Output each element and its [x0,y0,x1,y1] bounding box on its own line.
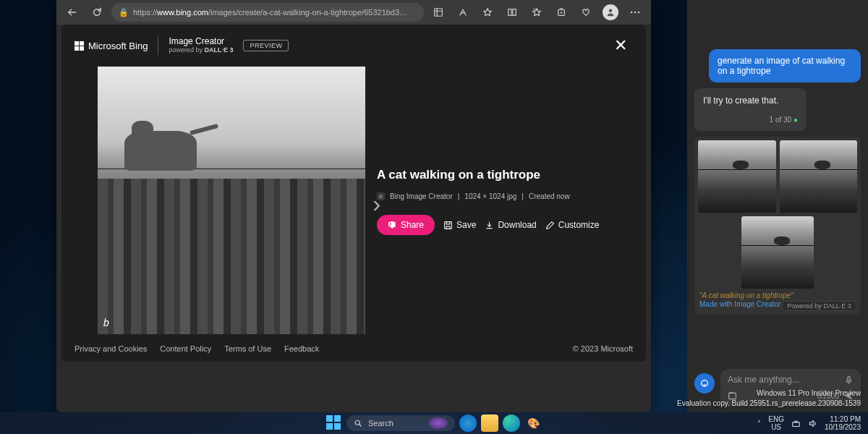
more-button[interactable] [625,2,645,22]
taskbar-search[interactable]: Search [346,415,455,431]
result-thumb-3[interactable] [741,216,814,289]
svg-point-13 [355,420,359,425]
copilot-sidebar: generate an image of cat walking on a ti… [687,0,868,412]
result-thumb-2[interactable] [780,140,858,213]
svg-rect-2 [513,9,516,16]
taskbar: Search 🎨 ˄ ENGUS 11:20 PM10/19/2023 [0,412,868,434]
browser-window: 🔒 https://www.bing.com/images/create/a-c… [56,0,651,412]
next-image-button[interactable]: › [373,190,380,218]
start-button[interactable] [326,415,342,431]
image-creator-page: Microsoft Bing Image Creator powered by … [61,25,646,362]
share-button[interactable]: Share [377,215,435,235]
volume-icon[interactable] [808,419,817,428]
file-explorer-icon[interactable] [481,414,498,432]
svg-rect-0 [435,9,443,17]
result-thumb-1[interactable] [698,140,776,213]
footer-copyright: © 2023 Microsoft [573,344,633,353]
favorites-list-icon[interactable] [527,2,547,22]
bing-watermark: b [103,317,109,328]
split-screen-icon[interactable] [502,2,522,22]
windows-build-watermark: Windows 11 Pro Insider Preview Evaluatio… [677,388,861,409]
image-title: A cat walking on a tightrope [377,168,610,182]
page-body: b › A cat walking on a tightrope b Bing … [61,67,646,334]
svg-point-4 [609,9,613,13]
page-footer: Privacy and Cookies Content Policy Terms… [61,336,646,362]
powered-badge: Powered by DALL·E 3 [782,301,856,311]
message-count: 1 of 30 ● [703,116,798,124]
footer-content-policy[interactable]: Content Policy [160,344,211,353]
svg-rect-11 [848,376,850,380]
bing-logo[interactable]: Microsoft Bing [75,41,148,51]
preview-badge: PREVIEW [243,40,289,51]
heartbeat-icon[interactable] [576,2,596,22]
image-creator-link[interactable]: Made with Image Creator [698,300,782,311]
action-bar: Share Save Download Customize [377,215,610,235]
download-button[interactable]: Download [485,220,536,230]
collections-icon[interactable] [551,2,571,22]
refresh-button[interactable] [87,2,107,22]
lock-icon: 🔒 [119,8,129,17]
chat-placeholder: Ask me anything... [728,375,840,385]
language-indicator[interactable]: ENGUS [768,415,784,431]
footer-feedback[interactable]: Feedback [284,344,319,353]
url-text: https://www.bing.com/images/create/a-cat… [133,8,417,17]
copilot-taskbar-icon[interactable] [459,414,477,432]
mic-icon[interactable] [844,375,854,385]
svg-point-6 [634,12,637,14]
app-install-icon[interactable] [428,2,448,22]
ai-message: I'll try to create that. 1 of 30 ● [694,88,807,131]
footer-privacy[interactable]: Privacy and Cookies [75,344,147,353]
search-highlight-icon [429,417,448,429]
tray-chevron-icon[interactable]: ˄ [757,420,761,427]
paint-icon[interactable]: 🎨 [524,414,542,432]
product-title: Image Creator powered by DALL·E 3 [169,37,233,54]
divider [158,36,158,55]
favorite-icon[interactable] [477,2,498,22]
svg-rect-14 [793,422,800,426]
image-meta: b Bing Image Creator | 1024 × 1024 jpg |… [377,192,610,200]
generated-image[interactable]: b [98,67,365,334]
customize-button[interactable]: Customize [545,220,600,230]
microsoft-icon [75,41,84,51]
svg-point-5 [631,12,633,14]
user-message: generate an image of cat walking on a ti… [709,49,861,82]
clock[interactable]: 11:20 PM10/19/2023 [825,415,861,431]
edge-icon[interactable] [503,414,520,432]
image-results-card: "A cat walking on a tightrope" Made with… [694,137,861,315]
page-header: Microsoft Bing Image Creator powered by … [61,25,646,67]
url-field[interactable]: 🔒 https://www.bing.com/images/create/a-c… [111,3,424,22]
footer-terms[interactable]: Terms of Use [224,344,271,353]
address-bar: 🔒 https://www.bing.com/images/create/a-c… [56,0,651,25]
svg-point-7 [638,12,640,14]
logo-text: Microsoft Bing [88,41,148,51]
svg-rect-1 [509,9,511,16]
back-button[interactable] [62,2,82,22]
result-caption: "A cat walking on a tightrope" [698,289,857,299]
svg-rect-9 [445,221,452,229]
read-aloud-icon[interactable] [453,2,473,22]
close-button[interactable]: ✕ [608,33,633,58]
image-details: A cat walking on a tightrope b Bing Imag… [377,67,610,334]
profile-button[interactable] [600,2,621,22]
network-icon[interactable] [791,419,801,428]
save-button[interactable]: Save [443,220,476,230]
